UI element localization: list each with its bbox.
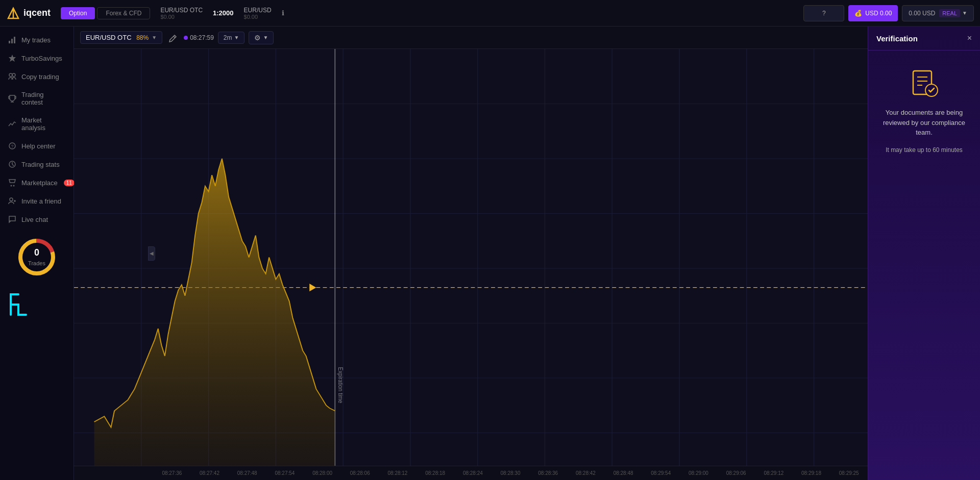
balance-value: USD 0.00 bbox=[865, 10, 892, 17]
verification-panel: Verification × Your documents are being … bbox=[868, 27, 980, 480]
pair1-label: EUR/USD OTC $0.00 bbox=[160, 7, 203, 20]
panel-content: Your documents are being reviewed by our… bbox=[868, 50, 980, 164]
sidebar-item-my-trades[interactable]: My trades bbox=[0, 31, 74, 49]
chevron-down-icon-interval: ▼ bbox=[234, 35, 239, 40]
svg-rect-2 bbox=[9, 41, 10, 43]
logo: iqcent bbox=[6, 6, 51, 20]
chart-toolbar: EUR/USD OTC 88% ▼ 08:27:59 2m ▼ ⚙ bbox=[74, 27, 868, 49]
pair-info-2: EUR/USD $0.00 ℹ bbox=[244, 7, 284, 20]
close-button[interactable]: × bbox=[967, 34, 972, 43]
time-tick-11: 08:28:42 bbox=[567, 470, 605, 476]
time-tick-14: 08:29:00 bbox=[680, 470, 718, 476]
bottom-logo-icon bbox=[8, 292, 34, 317]
price-chart-svg: Expiration time bbox=[74, 49, 868, 466]
option-tab[interactable]: Option bbox=[61, 7, 95, 19]
time-tick-2: 08:27:48 bbox=[228, 470, 266, 476]
logo-text: iqcent bbox=[23, 8, 51, 18]
help-button[interactable]: ? bbox=[803, 5, 844, 21]
market-analysis-icon bbox=[8, 120, 16, 128]
chevron-down-icon-settings: ▼ bbox=[263, 35, 268, 40]
panel-title: Verification bbox=[876, 34, 918, 43]
svg-point-16 bbox=[13, 185, 15, 187]
sidebar: My trades TurboSavings Copy trading Trad… bbox=[0, 27, 74, 480]
info-icon[interactable]: ℹ bbox=[282, 9, 284, 17]
help-center-icon: ? bbox=[8, 142, 16, 150]
time-tick-8: 08:28:24 bbox=[454, 470, 492, 476]
panel-subtext: It may take up to 60 minutes bbox=[886, 146, 963, 155]
chart-area: ◀ EUR/USD OTC 88% ▼ 08:27:59 bbox=[74, 27, 868, 480]
main-body: My trades TurboSavings Copy trading Trad… bbox=[0, 27, 980, 480]
svg-point-15 bbox=[11, 185, 12, 187]
sidebar-item-help-center[interactable]: ? Help center bbox=[0, 137, 74, 155]
forex-tab[interactable]: Forex & CFD bbox=[97, 7, 150, 19]
time-tick-9: 08:28:30 bbox=[492, 470, 529, 476]
time-tick-12: 08:28:48 bbox=[604, 470, 642, 476]
pencil-icon bbox=[168, 33, 178, 42]
sidebar-item-trading-contest[interactable]: Trading contest bbox=[0, 86, 74, 111]
svg-point-17 bbox=[10, 198, 13, 201]
account-value: 0.00 USD bbox=[909, 10, 935, 17]
help-icon: ? bbox=[822, 10, 826, 17]
balance-icon: 💰 bbox=[854, 10, 862, 17]
svg-marker-43 bbox=[309, 284, 316, 291]
time-tick-13: 08:29:54 bbox=[642, 470, 680, 476]
turbo-savings-label: TurboSavings bbox=[21, 55, 62, 62]
time-tick-16: 08:29:12 bbox=[755, 470, 793, 476]
copy-trading-label: Copy trading bbox=[21, 73, 59, 81]
trades-circle: 0 Trades bbox=[16, 237, 57, 277]
svg-line-14 bbox=[12, 164, 14, 166]
time-tick-5: 08:28:06 bbox=[341, 470, 379, 476]
copy-trading-icon bbox=[8, 72, 16, 81]
time-tick-17: 08:29:18 bbox=[793, 470, 830, 476]
svg-text:?: ? bbox=[11, 144, 14, 149]
trades-count: 0 bbox=[28, 247, 45, 258]
live-chat-label: Live chat bbox=[21, 216, 48, 223]
interval-selector[interactable]: 2m ▼ bbox=[218, 32, 245, 44]
sidebar-item-market-analysis[interactable]: Market analysis bbox=[0, 111, 74, 137]
svg-marker-5 bbox=[9, 55, 16, 62]
time-tick-10: 08:28:36 bbox=[529, 470, 567, 476]
invite-friend-label: Invite a friend bbox=[21, 197, 61, 205]
trading-stats-label: Trading stats bbox=[21, 161, 60, 168]
my-trades-label: My trades bbox=[21, 36, 51, 44]
pair-selector[interactable]: EUR/USD OTC 88% ▼ bbox=[80, 31, 162, 44]
sidebar-collapse-toggle[interactable]: ◀ bbox=[148, 246, 155, 261]
sidebar-item-invite-friend[interactable]: Invite a friend bbox=[0, 192, 74, 210]
logo-icon bbox=[6, 6, 20, 20]
svg-line-23 bbox=[174, 36, 175, 38]
svg-point-7 bbox=[12, 73, 15, 77]
sidebar-item-live-chat[interactable]: Live chat bbox=[0, 210, 74, 229]
svg-point-6 bbox=[9, 73, 12, 77]
time-tick-18: 08:29:25 bbox=[830, 470, 868, 476]
marketplace-icon bbox=[8, 179, 16, 187]
time-tick-0: 08:27:36 bbox=[153, 470, 191, 476]
marketplace-badge: 11 bbox=[64, 180, 75, 186]
pair-info-multiplier: 1:2000 bbox=[213, 9, 233, 17]
svg-rect-4 bbox=[14, 37, 15, 43]
time-tick-15: 08:29:06 bbox=[717, 470, 755, 476]
pair-info-1: EUR/USD OTC $0.00 bbox=[160, 7, 203, 20]
svg-text:Expiration time: Expiration time bbox=[337, 367, 345, 403]
drawing-tool-button[interactable] bbox=[166, 31, 180, 44]
chart-canvas: Expiration time bbox=[74, 49, 868, 466]
interval-value: 2m bbox=[224, 34, 232, 41]
trading-contest-label: Trading contest bbox=[21, 91, 65, 106]
sidebar-item-marketplace[interactable]: Marketplace 11 bbox=[0, 173, 74, 192]
trades-count-container: 0 Trades bbox=[28, 247, 45, 267]
chart-settings-button[interactable]: ⚙ ▼ bbox=[249, 31, 274, 44]
sidebar-item-trading-stats[interactable]: Trading stats bbox=[0, 155, 74, 173]
svg-rect-3 bbox=[11, 39, 13, 43]
trading-contest-icon bbox=[8, 94, 16, 103]
time-tick-7: 08:28:18 bbox=[416, 470, 454, 476]
marketplace-label: Marketplace bbox=[21, 179, 58, 187]
balance-button[interactable]: 💰 USD 0.00 bbox=[848, 5, 898, 21]
sidebar-item-turbo-savings[interactable]: TurboSavings bbox=[0, 49, 74, 67]
trading-stats-icon bbox=[8, 160, 16, 168]
sidebar-item-copy-trading[interactable]: Copy trading bbox=[0, 67, 74, 86]
top-header: iqcent Option Forex & CFD EUR/USD OTC $0… bbox=[0, 0, 980, 27]
time-tick-3: 08:27:54 bbox=[266, 470, 304, 476]
sidebar-logo-bottom bbox=[0, 286, 74, 325]
account-selector[interactable]: 0.00 USD REAL ▼ bbox=[902, 5, 974, 21]
chevron-down-icon: ▼ bbox=[962, 10, 967, 16]
trades-label: Trades bbox=[28, 260, 45, 266]
